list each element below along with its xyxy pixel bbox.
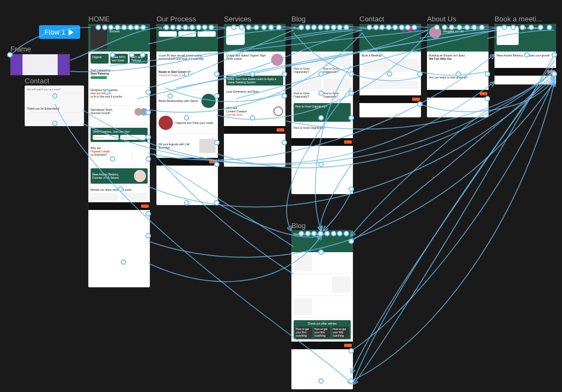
hotspot-icon[interactable] [250, 115, 255, 121]
hotspot-icon[interactable] [276, 25, 282, 30]
hotspot-icon[interactable] [417, 101, 423, 107]
hotspot-icon[interactable] [209, 25, 214, 30]
hotspot-icon[interactable] [184, 200, 189, 206]
hotspot-icon[interactable] [324, 231, 330, 236]
hotspot-icon[interactable] [434, 25, 440, 30]
hotspot-icon[interactable] [520, 25, 525, 30]
hotspot-icon[interactable] [184, 71, 189, 77]
hotspot-icon[interactable] [52, 93, 58, 99]
hotspot-icon[interactable] [115, 25, 120, 30]
hotspot-icon[interactable] [479, 25, 485, 30]
hotspot-icon[interactable] [282, 140, 287, 145]
hotspot-icon[interactable] [344, 231, 349, 236]
hotspot-icon[interactable] [552, 71, 557, 77]
figma-canvas[interactable]: Frame Contact HOME Our Process Services … [0, 0, 562, 392]
hotspot-icon[interactable] [202, 25, 207, 30]
hotspot-icon[interactable] [250, 71, 255, 77]
blog-frame[interactable]: Blog How to Grow Organically? How to Gro… [291, 24, 353, 194]
about-frame[interactable]: We've Been Through the same struggles yo… [427, 24, 488, 117]
hotspot-icon[interactable] [524, 52, 530, 58]
hotspot-icon[interactable] [118, 186, 123, 192]
hotspot-icon[interactable] [167, 93, 173, 99]
hotspot-icon[interactable] [214, 93, 220, 99]
hotspot-icon[interactable] [529, 25, 534, 30]
hotspot-icon[interactable] [464, 25, 470, 30]
hotspot-icon[interactable] [7, 52, 13, 58]
hotspot-icon[interactable] [282, 93, 287, 99]
hotspot-icon[interactable] [456, 71, 461, 77]
hotspot-icon[interactable] [129, 52, 134, 58]
hotspot-icon[interactable] [231, 25, 237, 30]
hotspot-icon[interactable] [349, 378, 354, 384]
hotspot-icon[interactable] [405, 25, 411, 30]
frame-small[interactable] [10, 54, 70, 75]
hotspot-icon[interactable] [196, 25, 201, 30]
hotspot-icon[interactable] [449, 25, 454, 30]
hotspot-icon[interactable] [110, 156, 115, 162]
hotspot-icon[interactable] [318, 378, 324, 384]
hotspot-icon[interactable] [214, 162, 220, 167]
hotspot-icon[interactable] [538, 25, 543, 30]
hotspot-icon[interactable] [318, 90, 324, 96]
hotspot-icon[interactable] [140, 25, 146, 30]
hotspot-icon[interactable] [214, 140, 220, 145]
hotspot-icon[interactable] [337, 231, 342, 236]
hotspot-icon[interactable] [305, 231, 311, 236]
home-frame[interactable]: Attract Leads to Boost your Success Orga… [88, 24, 150, 287]
hotspot-icon[interactable] [145, 233, 151, 238]
hotspot-icon[interactable] [502, 25, 507, 30]
hotspot-icon[interactable] [386, 25, 391, 30]
hotspot-icon[interactable] [102, 25, 108, 30]
hotspot-icon[interactable] [324, 25, 330, 30]
hotspot-icon[interactable] [164, 25, 169, 30]
hotspot-icon[interactable] [387, 71, 392, 77]
hotspot-icon[interactable] [399, 25, 404, 30]
hotspot-icon[interactable] [134, 25, 139, 30]
hotspot-icon[interactable] [318, 249, 324, 255]
hotspot-icon[interactable] [299, 25, 304, 30]
process-frame[interactable]: VA Setters 90-Day Framework In just 90 d… [156, 24, 218, 205]
hotspot-icon[interactable] [311, 231, 317, 236]
hotspot-icon[interactable] [349, 348, 354, 354]
hotspot-icon[interactable] [305, 25, 311, 30]
hotspot-icon[interactable] [373, 25, 379, 30]
hotspot-icon[interactable] [110, 52, 115, 58]
hotspot-icon[interactable] [552, 52, 557, 58]
hotspot-icon[interactable] [145, 134, 151, 140]
hotspot-icon[interactable] [121, 259, 126, 265]
hotspot-icon[interactable] [145, 156, 151, 162]
hotspot-icon[interactable] [214, 71, 220, 77]
hotspot-icon[interactable] [311, 25, 317, 30]
contact-thanks-frame[interactable]: We will reach you out soon! Thank you fo… [25, 86, 84, 126]
hotspot-icon[interactable] [442, 25, 447, 30]
hotspot-icon[interactable] [145, 211, 151, 217]
hotspot-icon[interactable] [299, 231, 304, 236]
hotspot-icon[interactable] [510, 25, 516, 30]
hotspot-icon[interactable] [412, 25, 417, 30]
hotspot-icon[interactable] [485, 96, 490, 101]
hotspot-icon[interactable] [331, 231, 336, 236]
hotspot-icon[interactable] [318, 231, 323, 236]
hotspot-icon[interactable] [104, 89, 110, 95]
hotspot-icon[interactable] [121, 25, 127, 30]
hotspot-icon[interactable] [344, 25, 349, 30]
hotspot-icon[interactable] [246, 25, 251, 30]
hotspot-icon[interactable] [261, 25, 267, 30]
hotspot-icon[interactable] [170, 25, 176, 30]
hotspot-icon[interactable] [318, 25, 323, 30]
hotspot-icon[interactable] [318, 115, 324, 121]
hotspot-icon[interactable] [457, 25, 462, 30]
hotspot-icon[interactable] [282, 71, 287, 77]
hotspot-icon[interactable] [254, 25, 259, 30]
hotspot-icon[interactable] [108, 25, 114, 30]
hotspot-icon[interactable] [184, 115, 189, 121]
hotspot-icon[interactable] [239, 25, 244, 30]
hotspot-icon[interactable] [337, 25, 342, 30]
services-frame[interactable]: Services Quality and Speed Organic High … [224, 24, 285, 167]
hotspot-icon[interactable] [367, 25, 372, 30]
hotspot-icon[interactable] [349, 90, 354, 96]
hotspot-icon[interactable] [52, 121, 58, 126]
hotspot-icon[interactable] [485, 71, 490, 77]
hotspot-icon[interactable] [268, 25, 274, 30]
contact-frame[interactable]: Find Us and Grow Faster Now Book a Meeti… [359, 24, 421, 117]
